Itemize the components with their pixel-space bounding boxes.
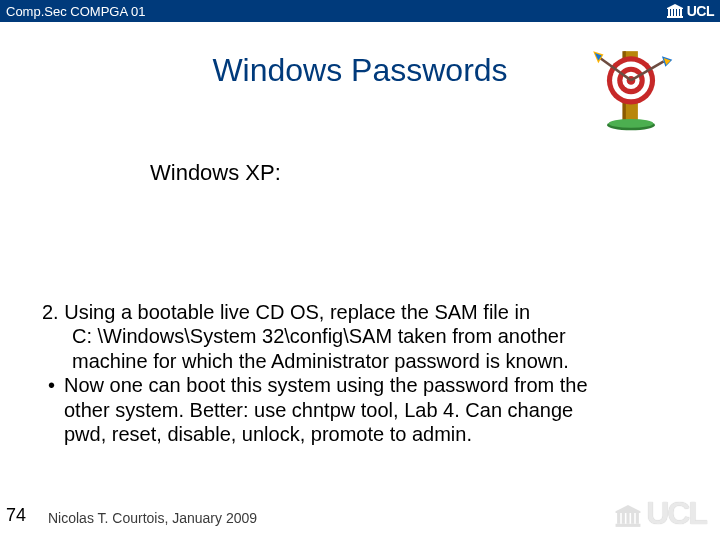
ucl-logo-large: UCL [614,495,706,532]
svg-rect-26 [631,513,634,524]
body-bullet-1c: pwd, reset, disable, unlock, promote to … [42,422,680,446]
body-line-3: machine for which the Administrator pass… [42,349,680,373]
ucl-logo-small-text: UCL [687,3,714,19]
svg-rect-2 [671,9,673,16]
slide-body: 2. Using a bootable live CD OS, replace … [42,300,680,446]
slide-title: Windows Passwords [140,52,580,89]
svg-marker-22 [616,505,641,513]
svg-rect-23 [617,513,620,524]
body-bullet-1a: Now one can boot this system using the p… [42,373,680,397]
svg-rect-27 [636,513,639,524]
slide-subtitle: Windows XP: [150,160,281,186]
svg-rect-24 [622,513,625,524]
top-bar: Comp.Sec COMPGA 01 UCL [0,0,720,22]
ucl-logo-small: UCL [666,3,714,19]
svg-rect-1 [668,9,670,16]
target-dartboard-icon [588,46,674,132]
svg-point-10 [609,119,654,128]
svg-rect-5 [680,9,682,16]
ucl-portico-icon [614,504,642,532]
course-code: Comp.Sec COMPGA 01 [6,4,145,19]
svg-rect-6 [667,16,683,18]
body-line-2: C: \Windows\System 32\config\SAM taken f… [42,324,680,348]
svg-marker-0 [667,4,683,9]
svg-rect-28 [616,524,641,527]
ucl-logo-large-text: UCL [646,495,706,532]
footer-author: Nicolas T. Courtois, January 2009 [48,510,257,526]
body-bullet-1b: other system. Better: use chntpw tool, L… [42,398,680,422]
ucl-portico-icon [666,4,684,18]
slide-number: 74 [6,505,26,526]
svg-rect-25 [627,513,630,524]
svg-rect-3 [674,9,676,16]
svg-rect-4 [677,9,679,16]
slide: Comp.Sec COMPGA 01 UCL Windows Passwords [0,0,720,540]
body-line-1: 2. Using a bootable live CD OS, replace … [42,300,680,324]
